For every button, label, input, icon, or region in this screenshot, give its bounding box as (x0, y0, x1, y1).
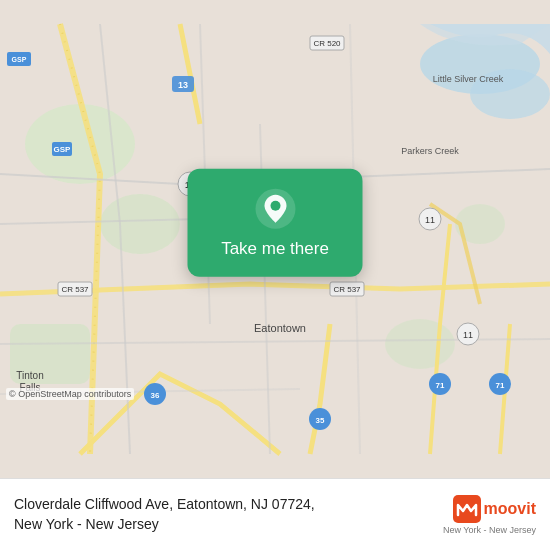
svg-text:CR 520: CR 520 (313, 39, 341, 48)
svg-text:Parkers Creek: Parkers Creek (401, 146, 459, 156)
moovit-logo: moovit New York - New Jersey (443, 495, 536, 535)
svg-text:71: 71 (436, 381, 445, 390)
svg-point-6 (385, 319, 455, 369)
svg-text:Tinton: Tinton (16, 370, 43, 381)
bottom-bar: Cloverdale Cliffwood Ave, Eatontown, NJ … (0, 478, 550, 550)
svg-text:11: 11 (425, 215, 435, 225)
svg-text:36: 36 (151, 391, 160, 400)
svg-text:CR 537: CR 537 (333, 285, 361, 294)
moovit-subtitle-text: New York - New Jersey (443, 525, 536, 535)
moovit-m-icon (453, 495, 481, 523)
moovit-name-text: moovit (484, 500, 536, 518)
address-text: Cloverdale Cliffwood Ave, Eatontown, NJ … (14, 495, 433, 534)
svg-text:GSP: GSP (54, 145, 72, 154)
location-pin-icon (253, 187, 297, 231)
svg-text:CR 537: CR 537 (61, 285, 89, 294)
take-me-card[interactable]: Take me there (188, 169, 363, 277)
osm-attribution: © OpenStreetMap contributors (6, 388, 134, 400)
svg-point-3 (25, 104, 135, 184)
moovit-wordmark: moovit (453, 495, 536, 523)
svg-point-40 (270, 201, 280, 211)
map-area: 13 13 CR 537 CR 537 GSP 11 11 71 71 (0, 0, 550, 478)
address-block: Cloverdale Cliffwood Ave, Eatontown, NJ … (14, 495, 433, 534)
svg-text:Little Silver Creek: Little Silver Creek (433, 74, 504, 84)
svg-text:11: 11 (463, 330, 473, 340)
app: 13 13 CR 537 CR 537 GSP 11 11 71 71 (0, 0, 550, 550)
svg-text:GSP: GSP (12, 56, 27, 63)
svg-point-4 (100, 194, 180, 254)
svg-text:35: 35 (316, 416, 325, 425)
take-me-button-label: Take me there (221, 239, 329, 259)
svg-text:Eatontown: Eatontown (254, 322, 306, 334)
svg-text:13: 13 (178, 80, 188, 90)
svg-text:71: 71 (496, 381, 505, 390)
